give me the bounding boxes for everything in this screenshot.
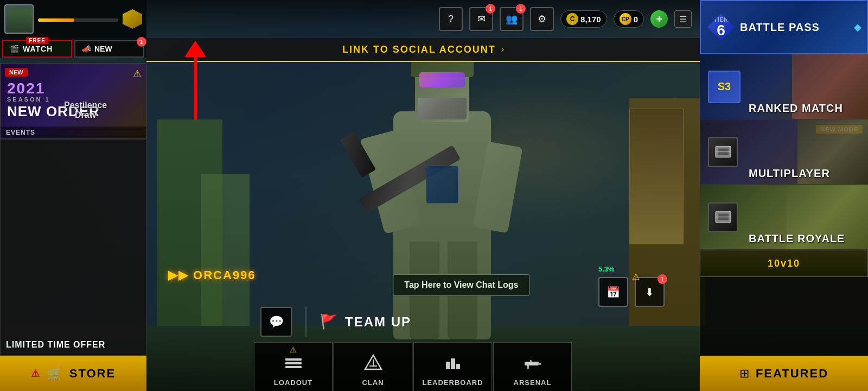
svg-rect-8 [285,366,302,368]
svg-rect-12 [446,362,450,369]
ranked-title-area: RANKED MATCH [749,102,863,115]
left-panel: FREE 🎬 WATCH 1 📣 NEW NEW ⚠ 2021 SEASON 1… [0,0,146,391]
leaderboard-icon [444,354,462,376]
free-badge: FREE [25,37,49,44]
right-panel: TIER 6 BATTLE PASS ◆ S3 RANKED MATCH NEW… [700,0,868,391]
events-footer: EVENTS [1,127,146,138]
store-label: STORE [69,367,116,381]
mail-badge: 1 [486,4,495,14]
svg-rect-13 [451,358,455,369]
cp-display: CP 0 [614,10,644,28]
leaderboard-tab[interactable]: LEADERBOARD [413,342,492,391]
clan-tab[interactable]: CLAN [334,342,412,391]
calendar-icon[interactable]: 📅 [598,277,628,307]
team-up-button[interactable]: 🚩 TEAM UP [320,313,411,330]
ranked-match-button[interactable]: S3 RANKED MATCH [700,54,868,119]
new-button[interactable]: 1 📣 NEW [74,40,144,58]
team-up-label: TEAM UP [345,314,411,330]
battle-pass-title: BATTLE PASS [740,21,820,34]
add-currency-button[interactable]: + [650,10,668,28]
credits-value: 8,170 [580,15,601,24]
pestilence-draw-text: PestilenceDraw [64,100,107,120]
loadout-icon [284,354,303,376]
arrow-indicator [184,41,206,119]
percentage-indicator: 5.3% 📅 [598,277,628,307]
limited-offer-text: LIMITED TIME OFFER [6,340,105,350]
arrow-spacer [0,58,146,63]
section-divider [305,307,307,337]
profile-info [38,16,118,22]
arsenal-label: ARSENAL [514,379,552,387]
download-area: 5.3% 📅 ⚠ ⬇ 1 [598,277,665,307]
events-label: EVENTS [6,129,35,136]
svg-rect-16 [538,363,541,365]
10v10-label: 10v10 [768,258,800,269]
arsenal-icon [524,354,542,376]
battle-pass-button[interactable]: TIER 6 BATTLE PASS ◆ [700,0,868,54]
mail-button[interactable]: ✉ 1 [469,7,493,31]
royale-title-area: BATTLE ROYALE [749,232,863,245]
multiplayer-title: MULTIPLAYER [749,167,863,180]
svg-rect-15 [525,362,539,365]
update-count-badge: 1 [658,274,667,284]
store-button[interactable]: ⚠ 🛒 STORE [0,356,146,391]
s3-label: S3 [718,80,731,93]
top-bar: ? ✉ 1 👥 1 ⚙ C 8,170 CP 0 + ☰ [146,0,700,38]
chat-icon: 💬 [269,315,284,329]
settings-button[interactable]: ⚙ [530,7,554,31]
svg-rect-17 [527,365,529,369]
10v10-button[interactable]: 10v10 [700,250,868,277]
cp-icon: CP [620,13,631,25]
chat-button[interactable]: 💬 [260,307,292,337]
featured-button[interactable]: ⊞ FEATURED [700,356,868,391]
bottom-nav: ⚠ LOADOUT CLAN LEADERBO [254,337,700,391]
battle-pass-diamond-icon: ◆ [854,21,861,33]
arsenal-tab[interactable]: ARSENAL [493,342,572,391]
friends-badge: 1 [516,4,526,14]
svg-rect-6 [285,358,302,361]
watch-area: FREE 🎬 WATCH 1 📣 NEW [0,38,146,58]
events-warning-icon: ⚠ [133,68,142,80]
flag-icon: 🚩 [320,313,337,330]
new-badge: 1 [137,37,146,47]
svg-rect-7 [285,362,302,364]
team-section: 💬 🚩 TEAM UP [260,307,411,337]
clan-label: CLAN [362,379,384,387]
multiplayer-button[interactable]: NEW MODE MULTIPLAYER [700,119,868,185]
chat-tooltip[interactable]: Tap Here to View Chat Logs [393,274,529,296]
featured-label: FEATURED [756,367,828,381]
battle-royale-button[interactable]: BATTLE ROYALE [700,185,868,250]
credits-icon: C [566,13,578,25]
multiplayer-title-area: MULTIPLAYER [749,167,863,180]
multiplayer-icon [708,137,738,167]
profile-area[interactable] [0,0,146,38]
tier-diamond: TIER 6 [707,14,735,41]
friends-button[interactable]: 👥 1 [500,7,524,31]
loadout-tab[interactable]: ⚠ LOADOUT [254,342,333,391]
help-button[interactable]: ? [439,7,463,31]
store-warning-icon: ⚠ [31,368,41,380]
tier-number: 6 [714,23,729,38]
clan-icon [364,354,382,376]
ranked-title: RANKED MATCH [749,102,863,115]
cp-value: 0 [634,15,638,24]
social-link-text: LINK TO SOCIAL ACCOUNT [342,44,496,55]
limited-offer[interactable]: LIMITED TIME OFFER [0,139,146,356]
featured-icon: ⊞ [739,367,749,381]
rank-icon [123,9,142,29]
watch-button[interactable]: FREE 🎬 WATCH [2,40,72,58]
ranked-emblem: S3 [708,71,741,103]
update-icon-area[interactable]: ⚠ ⬇ 1 [635,277,665,307]
events-new-badge: NEW [5,68,28,77]
loadout-warning-icon: ⚠ [290,345,297,354]
new-label: NEW [94,45,112,53]
profile-avatar [4,4,34,34]
watch-label: WATCH [23,45,53,53]
battle-royale-title: BATTLE ROYALE [749,232,863,245]
profile-menu-button[interactable]: ☰ [674,10,692,28]
svg-rect-14 [456,364,460,369]
warning-badge: ⚠ [632,272,640,282]
social-link-bar[interactable]: LINK TO SOCIAL ACCOUNT › [146,38,700,62]
events-year: 2021 [7,81,139,96]
film-icon: 🎬 [10,45,20,53]
